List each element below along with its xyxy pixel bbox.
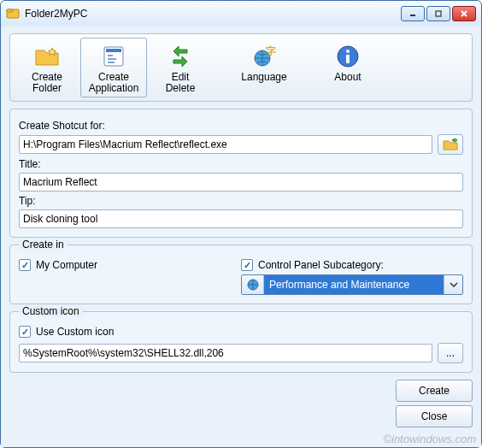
svg-point-14 <box>346 50 350 53</box>
window-title: Folder2MyPC <box>25 8 401 20</box>
create-in-group: Create in ✓ My Computer ✓ Control Panel … <box>9 245 473 304</box>
info-icon <box>334 43 362 70</box>
control-panel-label: Control Panel Subcategory: <box>258 259 384 271</box>
custom-icon-group: Custom icon ✓ Use Custom icon ... <box>9 311 473 373</box>
application-icon <box>100 43 127 70</box>
title-label: Title: <box>19 158 463 170</box>
language-button[interactable]: 字 Language <box>231 38 297 97</box>
toolbar-label: Folder <box>32 83 62 94</box>
tip-label: Tip: <box>19 195 463 207</box>
swap-arrows-icon <box>167 43 194 70</box>
shortcut-path-input[interactable] <box>19 135 432 154</box>
app-window: Folder2MyPC Create Folder Create Applica… <box>0 0 482 448</box>
my-computer-label: My Computer <box>36 259 97 271</box>
control-panel-checkbox[interactable]: ✓ <box>241 259 253 271</box>
folder-star-icon <box>33 43 61 70</box>
svg-rect-8 <box>108 55 113 56</box>
use-custom-icon-label: Use Custom icon <box>36 326 114 338</box>
browse-button[interactable] <box>438 134 463 155</box>
svg-rect-1 <box>7 9 13 12</box>
svg-rect-3 <box>436 11 441 16</box>
create-in-legend: Create in <box>19 239 68 251</box>
create-button[interactable]: Create <box>396 380 473 402</box>
window-controls <box>401 6 476 21</box>
content-area: Create Folder Create Application Edit De… <box>1 27 481 447</box>
svg-rect-9 <box>108 58 116 60</box>
folder-open-icon <box>443 138 458 151</box>
close-dialog-button[interactable]: Close <box>396 405 473 427</box>
globe-icon <box>242 275 264 294</box>
svg-text:字: 字 <box>266 45 276 57</box>
chevron-down-icon <box>444 275 462 294</box>
toolbar-label: Delete <box>166 83 196 94</box>
toolbar: Create Folder Create Application Edit De… <box>9 33 473 102</box>
shortcut-for-label: Create Shotcut for: <box>19 120 463 132</box>
custom-icon-path-input[interactable] <box>19 344 432 363</box>
use-custom-icon-checkbox[interactable]: ✓ <box>19 326 31 338</box>
svg-rect-7 <box>106 49 121 52</box>
create-application-button[interactable]: Create Application <box>80 38 147 97</box>
maximize-button[interactable] <box>426 6 450 21</box>
subcategory-dropdown[interactable]: Performance and Maintenance <box>241 274 463 295</box>
title-input[interactable] <box>19 173 463 192</box>
custom-icon-legend: Custom icon <box>19 305 83 317</box>
browse-icon-button[interactable]: ... <box>438 343 463 363</box>
shortcut-group: Create Shotcut for: Title: Tip: <box>9 109 473 238</box>
titlebar: Folder2MyPC <box>1 1 481 27</box>
svg-rect-15 <box>346 55 350 63</box>
tip-input[interactable] <box>19 209 463 228</box>
app-icon <box>6 7 20 21</box>
ellipsis-label: ... <box>446 347 455 359</box>
language-icon: 字 <box>250 43 278 70</box>
close-button[interactable] <box>452 6 476 21</box>
toolbar-label: Application <box>89 83 139 94</box>
svg-rect-10 <box>108 62 115 63</box>
minimize-button[interactable] <box>401 6 425 21</box>
my-computer-checkbox[interactable]: ✓ <box>19 259 31 271</box>
create-folder-button[interactable]: Create Folder <box>14 38 80 97</box>
about-button[interactable]: About <box>314 38 381 97</box>
edit-delete-button[interactable]: Edit Delete <box>147 38 214 97</box>
subcategory-selected: Performance and Maintenance <box>264 275 444 294</box>
